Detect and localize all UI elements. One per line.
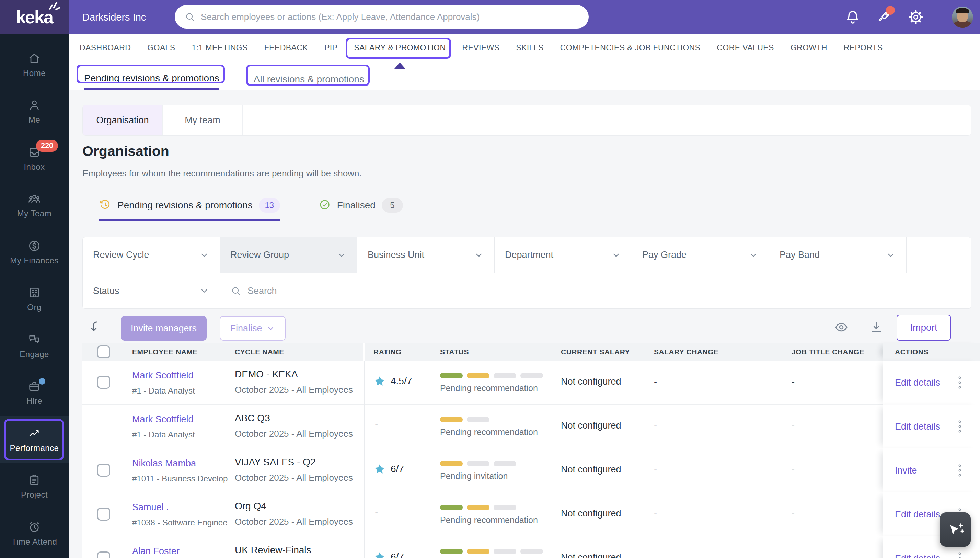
- company-name[interactable]: Darksiders Inc: [82, 0, 146, 34]
- kebab-menu-icon[interactable]: [955, 463, 965, 478]
- column-visibility-eye-icon[interactable]: [834, 320, 849, 335]
- settings-gear-icon[interactable]: [907, 8, 924, 26]
- sidebar-item-time-attend[interactable]: Time Attend: [0, 510, 69, 557]
- nav-tab-reviews[interactable]: REVIEWS: [462, 43, 500, 53]
- table-row: Mark Scottfield#1 - Data AnalystABC Q3Oc…: [82, 404, 980, 448]
- row-action-link[interactable]: Edit details: [895, 377, 940, 388]
- performance-icon: [28, 427, 41, 440]
- status-progress-segments: [440, 417, 490, 422]
- current-salary-cell: Not configured: [561, 420, 621, 431]
- status-tab-finalised[interactable]: Finalised5: [318, 190, 403, 220]
- employee-name-link[interactable]: Mark Scottfield: [132, 370, 193, 381]
- status-tab-pending-revisions-promotions[interactable]: Pending revisions & promotions13: [99, 190, 280, 220]
- user-avatar[interactable]: [952, 7, 973, 28]
- status-label: Pending invitation: [440, 471, 508, 481]
- subtab-pending-revisions-promotions[interactable]: Pending revisions & promotions: [84, 69, 220, 90]
- status-label: Pending recommendation: [440, 383, 538, 393]
- kebab-menu-icon[interactable]: [955, 375, 965, 390]
- employee-name-link[interactable]: Samuel .: [132, 502, 169, 513]
- row-checkbox[interactable]: [97, 464, 110, 477]
- inbox-count-badge: 220: [36, 140, 58, 152]
- employee-name-link[interactable]: Nikolas Mamba: [132, 458, 196, 469]
- performance-nav-tabs: DASHBOARDGOALS1:1 MEETINGSFEEDBACKPIPSAL…: [80, 43, 883, 53]
- filter-review-cycle[interactable]: Review Cycle: [83, 237, 220, 272]
- select-all-checkbox[interactable]: [97, 345, 110, 358]
- filter-business-unit[interactable]: Business Unit: [357, 237, 495, 272]
- sidebar-item-project[interactable]: Project: [0, 463, 69, 510]
- subtab-all-revisions-promotions[interactable]: All revisions & promotions: [254, 69, 364, 90]
- sidebar-item-my-finances[interactable]: My Finances: [0, 229, 69, 276]
- download-icon[interactable]: [869, 320, 883, 335]
- employee-name-link[interactable]: Mark Scottfield: [132, 414, 193, 425]
- column-header-actions: ACTIONS: [895, 343, 929, 361]
- nav-tab-feedback[interactable]: FEEDBACK: [264, 43, 308, 53]
- row-action-link[interactable]: Edit details: [895, 509, 940, 520]
- table-search-input[interactable]: Search: [220, 273, 971, 309]
- filter-pay-grade[interactable]: Pay Grade: [632, 237, 769, 272]
- kebab-menu-icon[interactable]: [955, 419, 965, 434]
- salary-change-cell: -: [654, 420, 657, 431]
- sidebar-item-org[interactable]: Org: [0, 276, 69, 323]
- filter-review-group[interactable]: Review Group: [220, 237, 357, 272]
- actions-cell: Edit details: [883, 404, 980, 448]
- me-icon: [28, 98, 41, 112]
- column-header-job-title-change: JOB TITLE CHANGE: [792, 343, 864, 361]
- sidebar-item-hire[interactable]: Hire: [0, 369, 69, 417]
- invite-managers-button[interactable]: Invite managers: [121, 316, 206, 341]
- employee-name-link[interactable]: Alan Foster: [132, 546, 180, 556]
- row-action-link[interactable]: Edit details: [895, 421, 940, 432]
- row-action-link[interactable]: Invite: [895, 465, 917, 476]
- nav-tab-dashboard[interactable]: DASHBOARD: [80, 43, 131, 53]
- sidebar-item-engage[interactable]: Engage: [0, 322, 69, 369]
- nav-tab-skills[interactable]: SKILLS: [516, 43, 543, 53]
- main-content: OrganisationMy team Organisation Employe…: [69, 90, 980, 558]
- toggle-organisation[interactable]: Organisation: [83, 105, 163, 135]
- nav-tab-growth[interactable]: GROWTH: [790, 43, 827, 53]
- nav-tab-1-1-meetings[interactable]: 1:1 MEETINGS: [192, 43, 248, 53]
- rating-cell: 4.5/7: [374, 375, 412, 387]
- sidebar-item-label: Hire: [26, 396, 42, 406]
- sort-icon[interactable]: [87, 319, 102, 334]
- frozen-column-divider: [364, 448, 365, 492]
- sidebar-item-me[interactable]: Me: [0, 88, 69, 135]
- sidebar-item-label: Org: [27, 302, 41, 312]
- search-placeholder: Search employees or actions (Ex: Apply L…: [201, 11, 480, 22]
- ai-assist-cursor-button[interactable]: [940, 512, 971, 547]
- row-checkbox[interactable]: [97, 376, 110, 389]
- current-salary-cell: Not configured: [561, 464, 621, 475]
- import-button[interactable]: Import: [896, 315, 951, 341]
- inbox-icon: 220: [28, 145, 41, 159]
- sidebar-item-home[interactable]: Home: [0, 41, 69, 88]
- filter-department[interactable]: Department: [495, 237, 632, 272]
- sidebar-item-inbox[interactable]: 220Inbox: [0, 135, 69, 182]
- global-search-input[interactable]: Search employees or actions (Ex: Apply L…: [175, 5, 589, 28]
- salary-promotion-subtabs: Pending revisions & promotionsAll revisi…: [69, 69, 980, 90]
- toggle-my-team[interactable]: My team: [163, 105, 243, 135]
- check-circle-icon: [318, 199, 331, 212]
- status-filter-dropdown[interactable]: Status: [83, 273, 220, 309]
- kebab-menu-icon[interactable]: [955, 551, 965, 558]
- star-icon: [374, 551, 386, 558]
- nav-tab-competencies-job-functions[interactable]: COMPETENCIES & JOB FUNCTIONS: [560, 43, 701, 53]
- nav-tab-goals[interactable]: GOALS: [147, 43, 175, 53]
- row-action-link[interactable]: Edit details: [895, 553, 940, 558]
- chevron-down-icon: [336, 250, 347, 260]
- nav-tab-salary-promotion[interactable]: SALARY & PROMOTION: [354, 43, 446, 53]
- row-checkbox[interactable]: [97, 551, 110, 558]
- finalise-button[interactable]: Finalise: [220, 316, 285, 341]
- star-icon: [374, 463, 386, 475]
- row-checkbox[interactable]: [97, 507, 110, 520]
- salary-change-cell: -: [654, 464, 657, 475]
- nav-tab-core-values[interactable]: CORE VALUES: [717, 43, 774, 53]
- keka-logo[interactable]: keka: [0, 0, 69, 34]
- whats-new-rocket-icon[interactable]: [876, 8, 893, 26]
- frozen-column-divider: [364, 537, 365, 558]
- notifications-bell-icon[interactable]: [844, 8, 861, 26]
- nav-tab-pip[interactable]: PIP: [324, 43, 338, 53]
- filter-pay-band[interactable]: Pay Band: [769, 237, 906, 272]
- hire-notification-dot: [39, 378, 45, 385]
- sidebar-item-performance[interactable]: Performance: [0, 416, 69, 463]
- count-badge: 5: [382, 198, 403, 213]
- sidebar-item-my-team[interactable]: My Team: [0, 182, 69, 229]
- nav-tab-reports[interactable]: REPORTS: [844, 43, 883, 53]
